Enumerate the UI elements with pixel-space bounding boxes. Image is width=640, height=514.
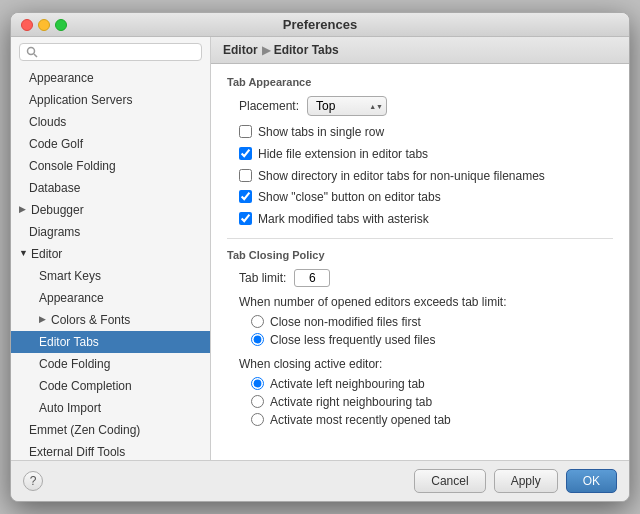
sidebar-item-debugger[interactable]: ▶ Debugger <box>11 199 210 221</box>
radio-activate-left-row: Activate left neighbouring tab <box>251 377 613 391</box>
sidebar-item-emmet[interactable]: Emmet (Zen Coding) <box>11 419 210 441</box>
close-nonmodified-radio[interactable] <box>251 315 264 328</box>
tab-limit-input[interactable]: 6 <box>294 269 330 287</box>
svg-point-0 <box>28 48 35 55</box>
mark-modified-checkbox[interactable] <box>239 212 252 225</box>
sidebar-item-code-completion[interactable]: Code Completion <box>11 375 210 397</box>
show-close-button-label: Show "close" button on editor tabs <box>258 189 441 206</box>
show-tabs-single-row-label: Show tabs in single row <box>258 124 384 141</box>
activate-right-label: Activate right neighbouring tab <box>270 395 432 409</box>
placement-select[interactable]: Top Bottom Left Right <box>307 96 387 116</box>
mark-modified-label: Mark modified tabs with asterisk <box>258 211 429 228</box>
show-directory-label: Show directory in editor tabs for non-un… <box>258 168 545 185</box>
sidebar-item-diagrams[interactable]: Diagrams <box>11 221 210 243</box>
close-nonmodified-label: Close non-modified files first <box>270 315 421 329</box>
activate-recent-label: Activate most recently opened tab <box>270 413 451 427</box>
policy-text: When number of opened editors exceeds ta… <box>239 295 613 309</box>
colors-fonts-label: Colors & Fonts <box>51 311 130 329</box>
minimize-button[interactable] <box>38 19 50 31</box>
editor-triangle: ▼ <box>19 247 29 261</box>
activate-right-radio[interactable] <box>251 395 264 408</box>
search-icon <box>26 46 38 58</box>
radio-close-nonmodified-row: Close non-modified files first <box>251 315 613 329</box>
colors-fonts-triangle: ▶ <box>39 313 49 327</box>
sidebar-item-external-diff[interactable]: External Diff Tools <box>11 441 210 460</box>
sidebar-item-code-golf[interactable]: Code Golf <box>11 133 210 155</box>
search-input[interactable] <box>42 46 195 58</box>
active-editor-label: When closing active editor: <box>239 357 613 371</box>
checkbox-hide-ext-row: Hide file extension in editor tabs <box>239 146 613 163</box>
activate-recent-radio[interactable] <box>251 413 264 426</box>
window-title: Preferences <box>283 17 357 32</box>
placement-row: Placement: Top Bottom Left Right <box>239 96 613 116</box>
panel-header: Editor ▶ Editor Tabs <box>211 37 629 64</box>
sidebar-item-application-servers[interactable]: Application Servers <box>11 89 210 111</box>
checkbox-show-dir-row: Show directory in editor tabs for non-un… <box>239 168 613 185</box>
maximize-button[interactable] <box>55 19 67 31</box>
sidebar-item-console-folding[interactable]: Console Folding <box>11 155 210 177</box>
hide-file-extension-label: Hide file extension in editor tabs <box>258 146 428 163</box>
show-close-button-checkbox[interactable] <box>239 190 252 203</box>
sidebar-item-editor[interactable]: ▼ Editor <box>11 243 210 265</box>
footer: ? Cancel Apply OK <box>11 460 629 501</box>
ok-button[interactable]: OK <box>566 469 617 493</box>
checkbox-mark-modified-row: Mark modified tabs with asterisk <box>239 211 613 228</box>
breadcrumb-child: Editor Tabs <box>274 43 339 57</box>
sidebar-item-database[interactable]: Database <box>11 177 210 199</box>
sidebar-item-smart-keys[interactable]: Smart Keys <box>11 265 210 287</box>
checkbox-show-close-row: Show "close" button on editor tabs <box>239 189 613 206</box>
radio-activate-right-row: Activate right neighbouring tab <box>251 395 613 409</box>
show-directory-checkbox[interactable] <box>239 169 252 182</box>
divider-1 <box>227 238 613 239</box>
sidebar-item-editor-tabs[interactable]: Editor Tabs <box>11 331 210 353</box>
svg-line-1 <box>34 54 37 57</box>
hide-file-extension-checkbox[interactable] <box>239 147 252 160</box>
close-button[interactable] <box>21 19 33 31</box>
editor-label: Editor <box>31 245 62 263</box>
radio-close-less-frequent-row: Close less frequently used files <box>251 333 613 347</box>
sidebar-item-editor-appearance[interactable]: Appearance <box>11 287 210 309</box>
close-less-frequent-radio[interactable] <box>251 333 264 346</box>
close-less-frequent-label: Close less frequently used files <box>270 333 435 347</box>
tab-appearance-section-label: Tab Appearance <box>227 76 613 88</box>
search-box[interactable] <box>19 43 202 61</box>
cancel-button[interactable]: Cancel <box>414 469 485 493</box>
activate-left-radio[interactable] <box>251 377 264 390</box>
preferences-window: Preferences Appearance Application Serve… <box>10 12 630 502</box>
activate-left-label: Activate left neighbouring tab <box>270 377 425 391</box>
panel-body: Tab Appearance Placement: Top Bottom Lef… <box>211 64 629 460</box>
tab-limit-row: Tab limit: 6 <box>239 269 613 287</box>
tab-closing-section-label: Tab Closing Policy <box>227 249 613 261</box>
debugger-label: Debugger <box>31 201 84 219</box>
radio-activate-recent-row: Activate most recently opened tab <box>251 413 613 427</box>
show-tabs-single-row-checkbox[interactable] <box>239 125 252 138</box>
sidebar-item-clouds[interactable]: Clouds <box>11 111 210 133</box>
titlebar: Preferences <box>11 13 629 37</box>
debugger-triangle: ▶ <box>19 203 29 217</box>
sidebar-item-appearance[interactable]: Appearance <box>11 67 210 89</box>
breadcrumb-parent: Editor <box>223 43 258 57</box>
placement-label: Placement: <box>239 99 299 113</box>
sidebar-item-auto-import[interactable]: Auto Import <box>11 397 210 419</box>
placement-select-wrapper: Top Bottom Left Right <box>307 96 387 116</box>
panel: Editor ▶ Editor Tabs Tab Appearance Plac… <box>211 37 629 460</box>
sidebar-item-colors-fonts[interactable]: ▶ Colors & Fonts <box>11 309 210 331</box>
sidebar-item-code-folding[interactable]: Code Folding <box>11 353 210 375</box>
checkbox-single-row-row: Show tabs in single row <box>239 124 613 141</box>
traffic-lights <box>21 19 67 31</box>
breadcrumb-arrow: ▶ <box>262 44 270 57</box>
main-content: Appearance Application Servers Clouds Co… <box>11 37 629 460</box>
tab-limit-label: Tab limit: <box>239 271 286 285</box>
sidebar: Appearance Application Servers Clouds Co… <box>11 37 211 460</box>
apply-button[interactable]: Apply <box>494 469 558 493</box>
help-button[interactable]: ? <box>23 471 43 491</box>
